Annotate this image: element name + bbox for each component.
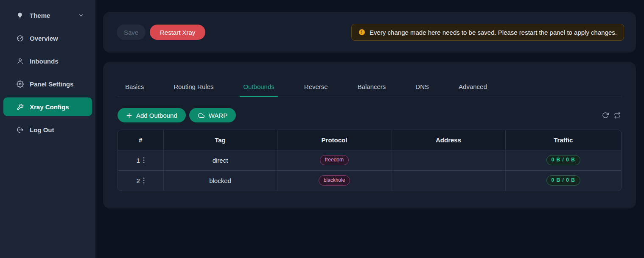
table-row: 1 direct freedom 0 B / 0 B	[118, 150, 621, 170]
config-tabs: Basics Routing Rules Outbounds Reverse B…	[118, 74, 622, 97]
row-index: 2	[137, 177, 140, 184]
bulb-icon	[16, 12, 24, 19]
add-outbound-label: Add Outbound	[136, 112, 177, 119]
warning-icon	[358, 29, 365, 36]
cell-tag: direct	[163, 150, 277, 170]
cell-address	[392, 170, 505, 191]
sidebar-item-overview[interactable]: Overview	[3, 29, 92, 47]
sidebar-item-inbounds[interactable]: Inbounds	[3, 52, 92, 70]
outbounds-table: # Tag Protocol Address Traffic 1	[118, 130, 622, 191]
outbounds-actions-row: Add Outbound WARP	[118, 108, 622, 122]
sidebar-item-label: Panel Settings	[30, 80, 73, 88]
repeat-icon[interactable]	[614, 112, 621, 119]
column-header-address: Address	[392, 130, 505, 150]
cell-tag: blocked	[163, 170, 277, 191]
row-menu-icon[interactable]	[143, 157, 145, 164]
wrench-icon	[16, 103, 24, 111]
row-index: 1	[137, 157, 140, 164]
tab-dns[interactable]: DNS	[415, 83, 429, 97]
alert-text: Every change made here needs to be saved…	[370, 29, 617, 36]
warp-label: WARP	[209, 112, 227, 119]
cloud-icon	[198, 112, 205, 119]
logout-icon	[16, 126, 24, 133]
row-menu-icon[interactable]	[143, 177, 145, 184]
dashboard-icon	[16, 35, 24, 42]
sidebar-item-label: Xray Configs	[30, 103, 69, 111]
table-header-row: # Tag Protocol Address Traffic	[118, 130, 621, 150]
sidebar: Theme Overview Inbounds Panel Settings X…	[0, 0, 95, 258]
column-header-protocol: Protocol	[277, 130, 392, 150]
protocol-badge: freedom	[320, 155, 349, 165]
sidebar-item-panel-settings[interactable]: Panel Settings	[3, 75, 92, 93]
table-icon-actions	[602, 112, 622, 119]
save-button[interactable]: Save	[117, 25, 146, 40]
column-header-traffic: Traffic	[505, 130, 621, 150]
main-content: Save Restart Xray Every change made here…	[95, 0, 644, 258]
cell-address	[392, 150, 505, 170]
tab-basics[interactable]: Basics	[125, 83, 144, 97]
unsaved-changes-alert: Every change made here needs to be saved…	[351, 24, 624, 41]
chevron-down-icon	[78, 13, 84, 18]
column-header-index: #	[118, 130, 163, 150]
traffic-badge: 0 B / 0 B	[546, 175, 580, 186]
user-icon	[16, 58, 24, 65]
column-header-tag: Tag	[163, 130, 277, 150]
restart-xray-button[interactable]: Restart Xray	[150, 25, 205, 40]
plus-icon	[126, 112, 132, 119]
sidebar-item-xray-configs[interactable]: Xray Configs	[3, 97, 92, 116]
sidebar-item-theme[interactable]: Theme	[3, 6, 92, 25]
table-row: 2 blocked blackhole 0 B / 0 B	[118, 170, 621, 191]
tab-routing-rules[interactable]: Routing Rules	[174, 83, 213, 97]
traffic-badge: 0 B / 0 B	[546, 155, 580, 165]
tab-balancers[interactable]: Balancers	[358, 83, 386, 97]
sidebar-item-label: Theme	[30, 12, 50, 19]
protocol-badge: blackhole	[319, 175, 350, 186]
tab-outbounds[interactable]: Outbounds	[243, 83, 274, 97]
toolbar-card: Save Restart Xray Every change made here…	[103, 12, 636, 53]
sidebar-item-log-out[interactable]: Log Out	[3, 120, 92, 139]
add-outbound-button[interactable]: Add Outbound	[118, 108, 186, 122]
tab-advanced[interactable]: Advanced	[459, 83, 487, 97]
sidebar-item-label: Inbounds	[30, 58, 59, 65]
warp-button[interactable]: WARP	[189, 108, 236, 122]
gear-icon	[16, 80, 24, 88]
tab-reverse[interactable]: Reverse	[304, 83, 328, 97]
sidebar-item-label: Log Out	[30, 126, 54, 133]
sidebar-item-label: Overview	[30, 35, 58, 42]
xray-config-card: Basics Routing Rules Outbounds Reverse B…	[103, 62, 636, 208]
sync-icon[interactable]	[602, 112, 609, 119]
